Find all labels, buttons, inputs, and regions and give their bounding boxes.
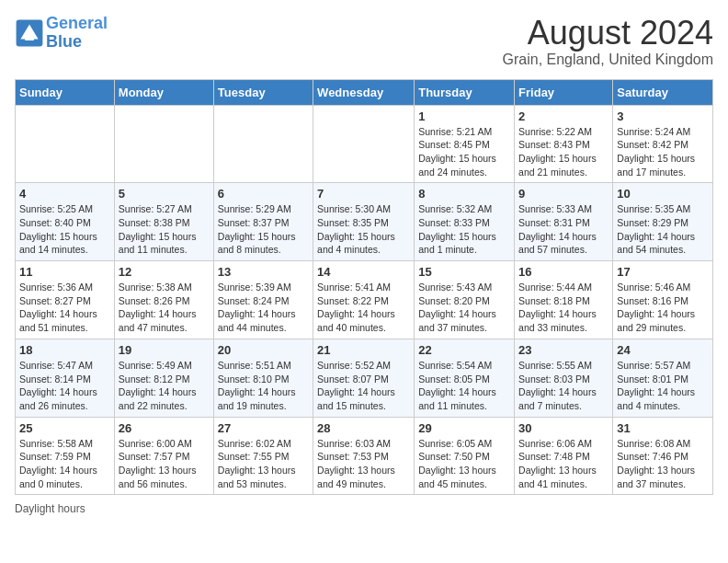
day-info: Sunrise: 5:49 AM Sunset: 8:12 PM Dayligh… (119, 359, 210, 413)
day-number: 31 (617, 421, 709, 435)
day-number: 15 (418, 265, 510, 279)
day-number: 13 (218, 265, 309, 279)
day-number: 10 (617, 187, 709, 201)
day-cell: 5Sunrise: 5:27 AM Sunset: 8:38 PM Daylig… (114, 183, 213, 261)
week-row-2: 4Sunrise: 5:25 AM Sunset: 8:40 PM Daylig… (16, 183, 713, 261)
day-info: Sunrise: 5:21 AM Sunset: 8:45 PM Dayligh… (418, 125, 510, 179)
day-cell: 28Sunrise: 6:03 AM Sunset: 7:53 PM Dayli… (313, 417, 415, 495)
day-cell: 11Sunrise: 5:36 AM Sunset: 8:27 PM Dayli… (16, 261, 115, 339)
day-number: 3 (617, 109, 709, 123)
week-row-5: 25Sunrise: 5:58 AM Sunset: 7:59 PM Dayli… (16, 417, 713, 495)
day-info: Sunrise: 5:38 AM Sunset: 8:26 PM Dayligh… (119, 281, 210, 335)
weekday-header-row: SundayMondayTuesdayWednesdayThursdayFrid… (16, 79, 713, 105)
day-cell: 23Sunrise: 5:55 AM Sunset: 8:03 PM Dayli… (515, 339, 613, 417)
day-number: 21 (317, 343, 410, 357)
week-row-1: 1Sunrise: 5:21 AM Sunset: 8:45 PM Daylig… (16, 105, 713, 183)
day-info: Sunrise: 5:55 AM Sunset: 8:03 PM Dayligh… (518, 359, 609, 413)
day-cell: 21Sunrise: 5:52 AM Sunset: 8:07 PM Dayli… (313, 339, 415, 417)
day-info: Sunrise: 5:22 AM Sunset: 8:43 PM Dayligh… (518, 125, 609, 179)
day-cell: 20Sunrise: 5:51 AM Sunset: 8:10 PM Dayli… (213, 339, 313, 417)
day-cell: 14Sunrise: 5:41 AM Sunset: 8:22 PM Dayli… (313, 261, 415, 339)
day-cell: 4Sunrise: 5:25 AM Sunset: 8:40 PM Daylig… (16, 183, 115, 261)
day-info: Sunrise: 6:00 AM Sunset: 7:57 PM Dayligh… (119, 437, 210, 491)
day-number: 6 (218, 187, 309, 201)
day-cell: 18Sunrise: 5:47 AM Sunset: 8:14 PM Dayli… (16, 339, 115, 417)
day-info: Sunrise: 5:51 AM Sunset: 8:10 PM Dayligh… (218, 359, 309, 413)
day-info: Sunrise: 5:39 AM Sunset: 8:24 PM Dayligh… (218, 281, 309, 335)
day-number: 23 (518, 343, 609, 357)
weekday-header-tuesday: Tuesday (213, 79, 313, 105)
day-number: 24 (617, 343, 709, 357)
weekday-header-saturday: Saturday (613, 79, 713, 105)
day-cell: 26Sunrise: 6:00 AM Sunset: 7:57 PM Dayli… (114, 417, 213, 495)
day-info: Sunrise: 6:06 AM Sunset: 7:48 PM Dayligh… (518, 437, 609, 491)
day-info: Sunrise: 5:52 AM Sunset: 8:07 PM Dayligh… (317, 359, 410, 413)
footer-daylight-label: Daylight hours (15, 502, 85, 515)
day-cell: 10Sunrise: 5:35 AM Sunset: 8:29 PM Dayli… (613, 183, 713, 261)
day-number: 19 (119, 343, 210, 357)
day-cell: 1Sunrise: 5:21 AM Sunset: 8:45 PM Daylig… (415, 105, 515, 183)
day-info: Sunrise: 5:46 AM Sunset: 8:16 PM Dayligh… (617, 281, 709, 335)
day-cell: 15Sunrise: 5:43 AM Sunset: 8:20 PM Dayli… (415, 261, 515, 339)
day-number: 27 (218, 421, 309, 435)
day-number: 30 (518, 421, 609, 435)
day-number: 5 (119, 187, 210, 201)
day-cell: 8Sunrise: 5:32 AM Sunset: 8:33 PM Daylig… (415, 183, 515, 261)
day-cell: 31Sunrise: 6:08 AM Sunset: 7:46 PM Dayli… (613, 417, 713, 495)
day-number: 11 (19, 265, 110, 279)
day-number: 14 (317, 265, 410, 279)
day-cell (16, 105, 115, 183)
page-subtitle: Grain, England, United Kingdom (503, 52, 713, 68)
day-cell (114, 105, 213, 183)
day-cell: 25Sunrise: 5:58 AM Sunset: 7:59 PM Dayli… (16, 417, 115, 495)
day-number: 20 (218, 343, 309, 357)
day-info: Sunrise: 5:44 AM Sunset: 8:18 PM Dayligh… (518, 281, 609, 335)
day-cell: 19Sunrise: 5:49 AM Sunset: 8:12 PM Dayli… (114, 339, 213, 417)
day-number: 29 (418, 421, 510, 435)
day-number: 7 (317, 187, 410, 201)
logo: General Blue (15, 15, 108, 52)
day-cell: 12Sunrise: 5:38 AM Sunset: 8:26 PM Dayli… (114, 261, 213, 339)
day-info: Sunrise: 5:43 AM Sunset: 8:20 PM Dayligh… (418, 281, 510, 335)
day-info: Sunrise: 5:47 AM Sunset: 8:14 PM Dayligh… (19, 359, 110, 413)
day-cell: 24Sunrise: 5:57 AM Sunset: 8:01 PM Dayli… (613, 339, 713, 417)
weekday-header-monday: Monday (114, 79, 213, 105)
day-number: 8 (418, 187, 510, 201)
day-info: Sunrise: 6:05 AM Sunset: 7:50 PM Dayligh… (418, 437, 510, 491)
day-cell: 6Sunrise: 5:29 AM Sunset: 8:37 PM Daylig… (213, 183, 313, 261)
day-number: 16 (518, 265, 609, 279)
weekday-header-wednesday: Wednesday (313, 79, 415, 105)
logo-blue: Blue (46, 32, 82, 51)
day-info: Sunrise: 5:36 AM Sunset: 8:27 PM Dayligh… (19, 281, 110, 335)
day-info: Sunrise: 5:25 AM Sunset: 8:40 PM Dayligh… (19, 202, 110, 257)
day-number: 4 (19, 187, 110, 201)
day-cell: 29Sunrise: 6:05 AM Sunset: 7:50 PM Dayli… (415, 417, 515, 495)
day-cell: 7Sunrise: 5:30 AM Sunset: 8:35 PM Daylig… (313, 183, 415, 261)
day-info: Sunrise: 5:57 AM Sunset: 8:01 PM Dayligh… (617, 359, 709, 413)
day-info: Sunrise: 6:03 AM Sunset: 7:53 PM Dayligh… (317, 437, 410, 491)
day-number: 9 (518, 187, 609, 201)
week-row-4: 18Sunrise: 5:47 AM Sunset: 8:14 PM Dayli… (16, 339, 713, 417)
day-cell: 2Sunrise: 5:22 AM Sunset: 8:43 PM Daylig… (515, 105, 613, 183)
weekday-header-thursday: Thursday (415, 79, 515, 105)
day-info: Sunrise: 5:54 AM Sunset: 8:05 PM Dayligh… (418, 359, 510, 413)
day-number: 12 (119, 265, 210, 279)
day-cell: 13Sunrise: 5:39 AM Sunset: 8:24 PM Dayli… (213, 261, 313, 339)
logo-general: General (46, 14, 108, 32)
day-info: Sunrise: 5:30 AM Sunset: 8:35 PM Dayligh… (317, 202, 410, 257)
day-number: 1 (418, 109, 510, 123)
day-cell: 22Sunrise: 5:54 AM Sunset: 8:05 PM Dayli… (415, 339, 515, 417)
logo-text: General Blue (46, 15, 108, 52)
day-info: Sunrise: 5:29 AM Sunset: 8:37 PM Dayligh… (218, 202, 309, 257)
day-info: Sunrise: 5:27 AM Sunset: 8:38 PM Dayligh… (119, 202, 210, 257)
day-number: 25 (19, 421, 110, 435)
day-cell (313, 105, 415, 183)
day-cell (213, 105, 313, 183)
day-number: 17 (617, 265, 709, 279)
weekday-header-sunday: Sunday (16, 79, 115, 105)
day-cell: 27Sunrise: 6:02 AM Sunset: 7:55 PM Dayli… (213, 417, 313, 495)
day-info: Sunrise: 5:33 AM Sunset: 8:31 PM Dayligh… (518, 202, 609, 257)
day-info: Sunrise: 6:02 AM Sunset: 7:55 PM Dayligh… (218, 437, 309, 491)
svg-rect-2 (25, 38, 34, 40)
logo-icon (15, 18, 44, 48)
